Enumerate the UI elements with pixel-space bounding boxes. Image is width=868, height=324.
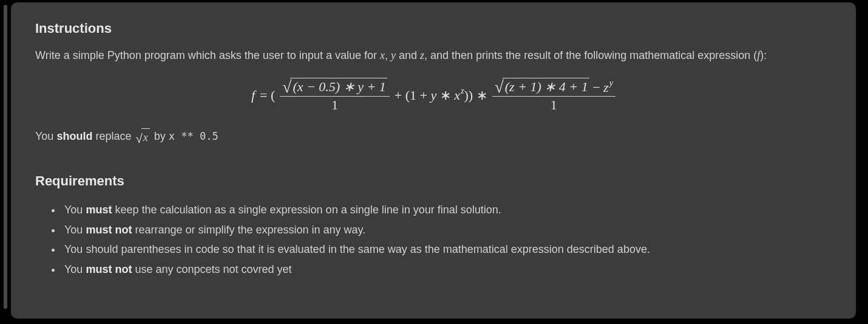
spacer <box>35 156 832 173</box>
req-must: must <box>86 204 112 216</box>
sqrt-icon: √ (z + 1) ∗ 4 + 1 <box>495 78 589 95</box>
req-must-not: must not <box>86 224 132 236</box>
formula-frac1: √ (x − 0.5) ∗ y + 1 1 <box>280 78 389 112</box>
var-y: y <box>391 49 396 61</box>
var-x: x <box>380 49 385 61</box>
sqrt-note: You should replace √x by x ** 0.5 <box>35 128 832 148</box>
req-text: You <box>64 204 86 216</box>
req-must-not: must not <box>86 263 132 275</box>
formula-frac2: √ (z + 1) ∗ 4 + 1 − zy 1 <box>492 78 615 112</box>
list-item: You must keep the calculation as a singl… <box>62 200 832 219</box>
formula-lhs-f: f <box>251 88 255 103</box>
var-z: z <box>420 49 424 61</box>
req-text: rearrange or simplify the expression in … <box>132 224 365 236</box>
instructions-heading: Instructions <box>35 21 832 36</box>
formula-frac2-tail-exp: y <box>609 78 613 88</box>
list-item: You must not use any conpcets not covred… <box>62 260 832 279</box>
formula-mid-x: x <box>454 88 460 103</box>
req-text: You <box>64 224 86 236</box>
formula-mid-star: ∗ <box>436 88 454 103</box>
formula-block: f = ( √ (x − 0.5) ∗ y + 1 1 + (1 + y ∗ x… <box>35 78 832 112</box>
note-text: by <box>151 130 169 142</box>
scrollbar-track[interactable] <box>4 5 7 309</box>
formula-eq: = ( <box>260 88 275 103</box>
sqrt-icon: √ (x − 0.5) ∗ y + 1 <box>282 78 387 95</box>
note-text: replace <box>92 130 134 142</box>
intro-text: , and then prints the result of the foll… <box>424 49 757 61</box>
radical-symbol: √ <box>135 129 142 148</box>
note-text: You <box>35 130 56 142</box>
list-item: You should parentheses in code so that i… <box>62 240 832 259</box>
formula-frac1-den: 1 <box>280 96 389 112</box>
formula-frac2-tail-z: z <box>603 80 609 95</box>
formula-mid-text: + (1 + <box>395 88 431 103</box>
req-text: keep the calculation as a single express… <box>112 204 501 216</box>
intro-text: ): <box>760 49 767 61</box>
intro-text: Write a simple Python program which asks… <box>35 49 380 61</box>
radical-symbol: √ <box>282 78 291 95</box>
list-item: You must not rearrange or simplify the e… <box>62 220 832 240</box>
formula-frac1-radicand: (x − 0.5) ∗ y + 1 <box>290 78 387 95</box>
radical-symbol: √ <box>495 78 504 95</box>
formula-mid: + (1 + y ∗ xz)) ∗ <box>395 87 487 103</box>
requirements-list: You must keep the calculation as a singl… <box>35 200 832 279</box>
req-text: You should parentheses in code so that i… <box>64 243 650 255</box>
inline-sqrt-icon: √x <box>135 128 149 148</box>
intro-text: and <box>396 49 420 61</box>
formula-frac2-num: √ (z + 1) ∗ 4 + 1 − zy <box>492 78 615 96</box>
requirements-heading: Requirements <box>35 173 832 189</box>
formula-mid-exp: z <box>461 86 464 95</box>
req-text: use any conpcets not covred yet <box>132 263 291 275</box>
formula-frac2-tail-minus: − <box>589 80 603 95</box>
formula-frac1-num: √ (x − 0.5) ∗ y + 1 <box>280 78 389 96</box>
viewport: Instructions Write a simple Python progr… <box>0 0 868 324</box>
intro-text: , <box>385 49 391 61</box>
formula-frac2-den: 1 <box>492 96 615 112</box>
note-code: x ** 0.5 <box>169 130 219 142</box>
note-should: should <box>56 130 92 142</box>
intro-paragraph: Write a simple Python program which asks… <box>35 47 832 64</box>
formula-mid-close: )) ∗ <box>464 88 487 103</box>
req-text: You <box>64 263 86 275</box>
formula: f = ( √ (x − 0.5) ∗ y + 1 1 + (1 + y ∗ x… <box>251 78 615 112</box>
formula-frac2-radicand: (z + 1) ∗ 4 + 1 <box>503 78 589 95</box>
formula-mid-y: y <box>430 88 436 103</box>
instructions-panel: Instructions Write a simple Python progr… <box>11 2 856 319</box>
